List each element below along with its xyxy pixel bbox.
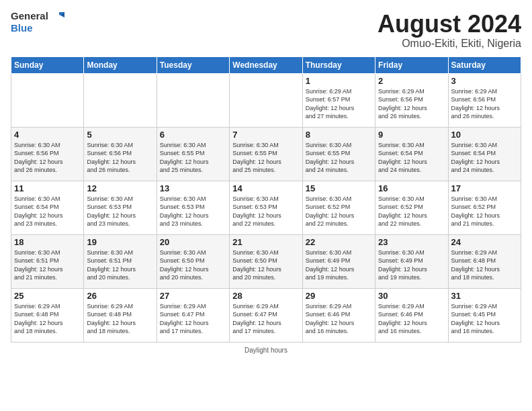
cell-2-3: 14Sunrise: 6:30 AM Sunset: 6:53 PM Dayli… [230, 181, 302, 234]
day-info-21: Sunrise: 6:30 AM Sunset: 6:50 PM Dayligh… [232, 248, 299, 282]
day-info-28: Sunrise: 6:29 AM Sunset: 6:47 PM Dayligh… [232, 302, 299, 336]
title-block: August 2024 Omuo-Ekiti, Ekiti, Nigeria [378, 11, 521, 50]
day-number-18: 18 [14, 237, 81, 247]
day-number-9: 9 [378, 130, 445, 140]
week-row-4: 18Sunrise: 6:30 AM Sunset: 6:51 PM Dayli… [11, 234, 521, 288]
week-row-1: 1Sunrise: 6:29 AM Sunset: 6:57 PM Daylig… [11, 73, 521, 127]
daylight-label: Daylight hours [245, 347, 287, 354]
header-monday: Monday [84, 56, 157, 73]
cell-2-2: 13Sunrise: 6:30 AM Sunset: 6:53 PM Dayli… [157, 181, 229, 234]
day-info-31: Sunrise: 6:29 AM Sunset: 6:45 PM Dayligh… [451, 302, 518, 336]
day-number-20: 20 [160, 237, 226, 247]
header-tuesday: Tuesday [157, 56, 229, 73]
logo-bird-icon [52, 11, 64, 23]
logo-general: General [11, 11, 64, 23]
day-number-16: 16 [378, 183, 445, 193]
footer: Daylight hours [11, 347, 521, 354]
day-info-9: Sunrise: 6:30 AM Sunset: 6:54 PM Dayligh… [378, 141, 445, 175]
cell-0-6: 3Sunrise: 6:29 AM Sunset: 6:56 PM Daylig… [448, 73, 521, 127]
day-number-17: 17 [451, 183, 518, 193]
cell-0-2 [157, 73, 229, 127]
cell-4-3: 28Sunrise: 6:29 AM Sunset: 6:47 PM Dayli… [230, 288, 302, 342]
day-info-1: Sunrise: 6:29 AM Sunset: 6:57 PM Dayligh… [306, 87, 372, 121]
cell-3-2: 20Sunrise: 6:30 AM Sunset: 6:50 PM Dayli… [157, 234, 229, 288]
logo-blue: Blue [11, 23, 64, 34]
day-number-3: 3 [451, 76, 518, 86]
day-info-20: Sunrise: 6:30 AM Sunset: 6:50 PM Dayligh… [160, 248, 226, 282]
page: General Blue August 2024 Omuo-Ekiti, Eki… [0, 0, 532, 411]
cell-4-1: 26Sunrise: 6:29 AM Sunset: 6:48 PM Dayli… [84, 288, 157, 342]
day-info-3: Sunrise: 6:29 AM Sunset: 6:56 PM Dayligh… [451, 87, 518, 121]
day-number-25: 25 [14, 291, 81, 301]
day-number-28: 28 [232, 291, 299, 301]
cell-4-6: 31Sunrise: 6:29 AM Sunset: 6:45 PM Dayli… [448, 288, 521, 342]
header: General Blue August 2024 Omuo-Ekiti, Eki… [11, 11, 521, 50]
cell-0-1 [84, 73, 157, 127]
header-wednesday: Wednesday [230, 56, 302, 73]
cell-2-0: 11Sunrise: 6:30 AM Sunset: 6:54 PM Dayli… [11, 181, 84, 234]
subtitle: Omuo-Ekiti, Ekiti, Nigeria [378, 38, 521, 50]
cell-3-0: 18Sunrise: 6:30 AM Sunset: 6:51 PM Dayli… [11, 234, 84, 288]
day-info-18: Sunrise: 6:30 AM Sunset: 6:51 PM Dayligh… [14, 248, 81, 282]
day-info-10: Sunrise: 6:30 AM Sunset: 6:54 PM Dayligh… [451, 141, 518, 175]
day-info-14: Sunrise: 6:30 AM Sunset: 6:53 PM Dayligh… [232, 195, 299, 228]
day-number-6: 6 [160, 130, 226, 140]
cell-0-0 [11, 73, 84, 127]
cell-0-4: 1Sunrise: 6:29 AM Sunset: 6:57 PM Daylig… [302, 73, 375, 127]
cell-4-4: 29Sunrise: 6:29 AM Sunset: 6:46 PM Dayli… [302, 288, 375, 342]
day-info-24: Sunrise: 6:29 AM Sunset: 6:48 PM Dayligh… [451, 248, 518, 282]
day-info-8: Sunrise: 6:30 AM Sunset: 6:55 PM Dayligh… [306, 141, 372, 175]
header-saturday: Saturday [448, 56, 521, 73]
cell-2-5: 16Sunrise: 6:30 AM Sunset: 6:52 PM Dayli… [375, 181, 448, 234]
day-number-8: 8 [306, 130, 372, 140]
calendar-header-row: SundayMondayTuesdayWednesdayThursdayFrid… [11, 56, 521, 73]
day-number-14: 14 [232, 183, 299, 193]
logo: General Blue [11, 11, 64, 34]
calendar-table: SundayMondayTuesdayWednesdayThursdayFrid… [11, 56, 521, 342]
day-info-29: Sunrise: 6:29 AM Sunset: 6:46 PM Dayligh… [306, 302, 372, 336]
cell-4-5: 30Sunrise: 6:29 AM Sunset: 6:46 PM Dayli… [375, 288, 448, 342]
cell-2-6: 17Sunrise: 6:30 AM Sunset: 6:52 PM Dayli… [448, 181, 521, 234]
cell-3-6: 24Sunrise: 6:29 AM Sunset: 6:48 PM Dayli… [448, 234, 521, 288]
day-info-22: Sunrise: 6:30 AM Sunset: 6:49 PM Dayligh… [306, 248, 372, 282]
day-info-16: Sunrise: 6:30 AM Sunset: 6:52 PM Dayligh… [378, 195, 445, 228]
day-number-21: 21 [232, 237, 299, 247]
day-number-15: 15 [306, 183, 372, 193]
day-info-30: Sunrise: 6:29 AM Sunset: 6:46 PM Dayligh… [378, 302, 445, 336]
day-number-30: 30 [378, 291, 445, 301]
day-info-19: Sunrise: 6:30 AM Sunset: 6:51 PM Dayligh… [87, 248, 153, 282]
day-info-25: Sunrise: 6:29 AM Sunset: 6:48 PM Dayligh… [14, 302, 81, 336]
cell-3-1: 19Sunrise: 6:30 AM Sunset: 6:51 PM Dayli… [84, 234, 157, 288]
header-friday: Friday [375, 56, 448, 73]
cell-4-2: 27Sunrise: 6:29 AM Sunset: 6:47 PM Dayli… [157, 288, 229, 342]
day-number-31: 31 [451, 291, 518, 301]
day-info-11: Sunrise: 6:30 AM Sunset: 6:54 PM Dayligh… [14, 195, 81, 228]
day-number-29: 29 [306, 291, 372, 301]
cell-4-0: 25Sunrise: 6:29 AM Sunset: 6:48 PM Dayli… [11, 288, 84, 342]
day-number-4: 4 [14, 130, 81, 140]
day-number-11: 11 [14, 183, 81, 193]
day-number-27: 27 [160, 291, 226, 301]
day-number-5: 5 [87, 130, 153, 140]
day-number-10: 10 [451, 130, 518, 140]
day-info-27: Sunrise: 6:29 AM Sunset: 6:47 PM Dayligh… [160, 302, 226, 336]
day-info-15: Sunrise: 6:30 AM Sunset: 6:52 PM Dayligh… [306, 195, 372, 228]
main-title: August 2024 [378, 11, 521, 38]
week-row-3: 11Sunrise: 6:30 AM Sunset: 6:54 PM Dayli… [11, 181, 521, 234]
day-number-1: 1 [306, 76, 372, 86]
cell-1-4: 8Sunrise: 6:30 AM Sunset: 6:55 PM Daylig… [302, 127, 375, 181]
day-info-12: Sunrise: 6:30 AM Sunset: 6:53 PM Dayligh… [87, 195, 153, 228]
day-number-13: 13 [160, 183, 226, 193]
cell-1-0: 4Sunrise: 6:30 AM Sunset: 6:56 PM Daylig… [11, 127, 84, 181]
cell-1-6: 10Sunrise: 6:30 AM Sunset: 6:54 PM Dayli… [448, 127, 521, 181]
week-row-2: 4Sunrise: 6:30 AM Sunset: 6:56 PM Daylig… [11, 127, 521, 181]
day-info-26: Sunrise: 6:29 AM Sunset: 6:48 PM Dayligh… [87, 302, 153, 336]
cell-1-2: 6Sunrise: 6:30 AM Sunset: 6:55 PM Daylig… [157, 127, 229, 181]
cell-0-5: 2Sunrise: 6:29 AM Sunset: 6:56 PM Daylig… [375, 73, 448, 127]
cell-3-5: 23Sunrise: 6:30 AM Sunset: 6:49 PM Dayli… [375, 234, 448, 288]
day-info-6: Sunrise: 6:30 AM Sunset: 6:55 PM Dayligh… [160, 141, 226, 175]
day-info-5: Sunrise: 6:30 AM Sunset: 6:56 PM Dayligh… [87, 141, 153, 175]
week-row-5: 25Sunrise: 6:29 AM Sunset: 6:48 PM Dayli… [11, 288, 521, 342]
day-number-7: 7 [232, 130, 299, 140]
cell-2-1: 12Sunrise: 6:30 AM Sunset: 6:53 PM Dayli… [84, 181, 157, 234]
